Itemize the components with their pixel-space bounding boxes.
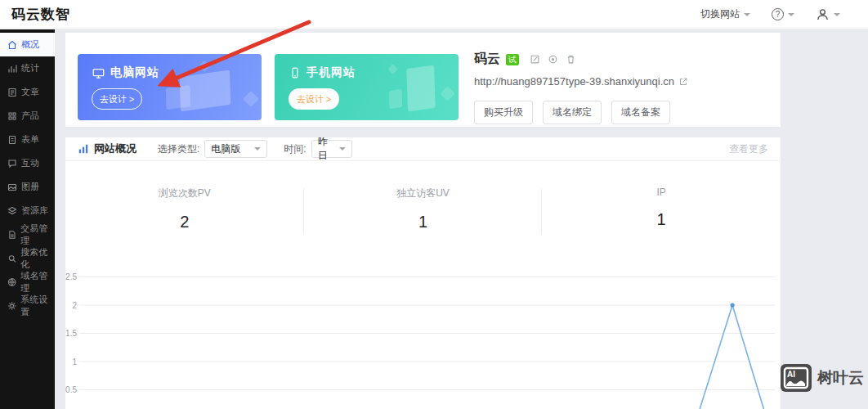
watermark: AI 树叶云 <box>780 363 864 393</box>
stats-icon <box>7 64 17 74</box>
mobile-banner-illustration <box>387 64 398 74</box>
app-logo: 码云数智 <box>11 5 70 24</box>
pc-banner-illustration <box>199 61 210 72</box>
sidebar-item-forms[interactable]: 表单 <box>0 128 55 151</box>
time-select[interactable]: 昨日 <box>311 140 352 158</box>
visit-link-icon[interactable] <box>678 77 688 87</box>
site-url[interactable]: http://huang897157type-39.shanxiyunqi.cn <box>474 75 674 88</box>
mobile-design-button[interactable]: 去设计 > <box>289 88 339 110</box>
mobile-banner-title: 手机网站 <box>306 65 356 80</box>
sidebar-item-interaction[interactable]: 互动 <box>0 151 55 175</box>
help-icon: ? <box>772 8 784 20</box>
sidebar-item-products[interactable]: 产品 <box>0 104 55 128</box>
switch-site-dropdown[interactable]: 切换网站 <box>700 7 750 21</box>
user-menu[interactable] <box>816 7 840 21</box>
mobile-banner-illustration <box>389 89 403 109</box>
trend-line <box>697 305 767 409</box>
sidebar-nav: 概况 统计 文章 产品 表单 互动 图册 资源库 交易管理 搜索优化 域名管理 <box>0 27 55 409</box>
trial-badge: 试 <box>506 54 519 65</box>
view-more-link[interactable]: 查看更多 <box>729 142 768 156</box>
gear-icon <box>7 301 16 311</box>
mobile-banner-illustration <box>440 86 454 101</box>
svg-text:AI: AI <box>787 370 795 379</box>
edit-icon[interactable] <box>530 54 540 65</box>
mobile-banner-illustration <box>406 65 435 112</box>
sidebar-item-statistics[interactable]: 统计 <box>0 56 55 80</box>
y-axis-tick: 1.5 <box>65 329 77 338</box>
sidebar-item-resource-library[interactable]: 资源库 <box>0 199 55 222</box>
time-filter-label: 时间: <box>284 142 306 156</box>
y-axis-tick: 0.5 <box>65 385 77 394</box>
y-axis-tick: 1 <box>72 357 77 366</box>
domain-icp-button[interactable]: 域名备案 <box>611 101 670 124</box>
visit-trend-chart-area: 0.511.522.5 <box>65 245 781 409</box>
trade-icon <box>7 230 16 240</box>
pc-banner-illustration <box>166 85 191 110</box>
chat-icon <box>7 159 17 169</box>
type-select[interactable]: 电脑版 <box>204 140 267 158</box>
site-overview-card: 网站概况 选择类型: 电脑版 时间: 昨日 查看更多 浏览次数PV 2 独立访客… <box>65 137 781 409</box>
monitor-icon <box>92 67 105 79</box>
stats-row: 浏览次数PV 2 独立访客UV 1 IP 1 <box>65 187 781 231</box>
user-icon <box>816 7 830 21</box>
sidebar-item-transactions[interactable]: 交易管理 <box>0 222 55 246</box>
search-icon <box>7 254 16 263</box>
chevron-down-icon <box>339 147 346 151</box>
mobile-website-banner: 手机网站 去设计 > <box>275 54 459 120</box>
help-menu[interactable]: ? <box>772 8 794 20</box>
stat-uv: 独立访客UV 1 <box>304 187 543 231</box>
watermark-ai-image-icon: AI <box>780 363 812 393</box>
phone-icon <box>289 67 301 79</box>
switch-site-label: 切换网站 <box>700 7 740 21</box>
pc-design-button[interactable]: 去设计 > <box>92 88 142 110</box>
delete-icon[interactable] <box>566 54 576 65</box>
preview-icon[interactable] <box>548 54 558 65</box>
pc-website-banner: 电脑网站 去设计 > <box>78 54 262 120</box>
pc-banner-title: 电脑网站 <box>110 65 159 80</box>
site-top-panel: 电脑网站 去设计 > 手机网站 去设计 > 码云 试 http://huang8… <box>65 33 781 127</box>
article-icon <box>7 88 17 97</box>
data-point-marker <box>730 303 734 307</box>
sidebar-item-seo[interactable]: 搜索优化 <box>0 246 55 270</box>
stat-pv: 浏览次数PV 2 <box>65 187 304 231</box>
product-grid-icon <box>7 111 17 121</box>
sidebar-item-domains[interactable]: 域名管理 <box>0 270 55 294</box>
gallery-icon <box>7 182 17 192</box>
sidebar-item-settings[interactable]: 系统设置 <box>0 294 55 317</box>
pc-banner-illustration <box>243 91 259 107</box>
chevron-down-icon <box>254 147 261 151</box>
top-header: 码云数智 切换网站 ? <box>0 0 868 29</box>
visit-trend-chart: 0.511.522.5 <box>65 245 781 409</box>
chevron-down-icon <box>834 13 840 16</box>
sidebar-item-articles[interactable]: 文章 <box>0 80 55 104</box>
y-axis-tick: 2 <box>72 301 77 310</box>
globe-icon <box>7 277 16 287</box>
type-filter-label: 选择类型: <box>158 142 199 156</box>
overview-header: 网站概况 选择类型: 电脑版 时间: 昨日 查看更多 <box>65 137 781 161</box>
library-icon <box>7 206 17 216</box>
y-axis-tick: 2.5 <box>65 272 77 281</box>
watermark-brand: 树叶云 <box>817 367 864 389</box>
bar-chart-icon <box>78 143 89 155</box>
home-icon <box>7 40 17 50</box>
sidebar-item-gallery[interactable]: 图册 <box>0 175 55 199</box>
buy-upgrade-button[interactable]: 购买升级 <box>474 101 533 124</box>
overview-title: 网站概况 <box>94 142 136 156</box>
bind-domain-button[interactable]: 域名绑定 <box>543 101 602 124</box>
chevron-down-icon <box>788 13 794 16</box>
chevron-down-icon <box>744 13 750 16</box>
form-icon <box>7 135 17 145</box>
stat-ip: IP 1 <box>542 187 781 231</box>
site-name: 码云 <box>474 51 500 68</box>
site-info-panel: 码云 试 http://huang897157type-39.shanxiyun… <box>474 51 688 124</box>
sidebar-item-overview[interactable]: 概况 <box>0 33 55 56</box>
